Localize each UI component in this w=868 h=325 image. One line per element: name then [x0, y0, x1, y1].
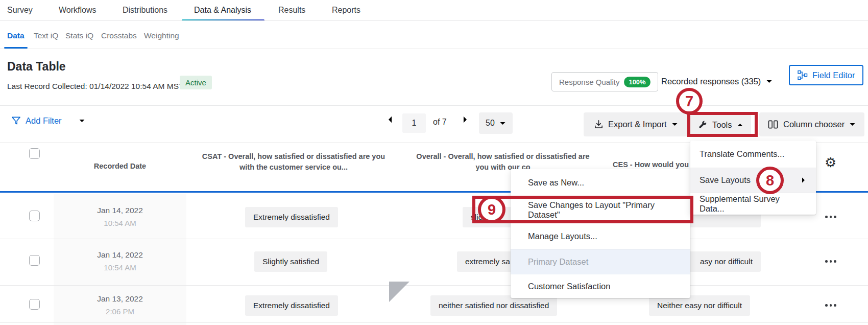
qualtrics-data-analysis-page: Survey Workflows Distributions Data & An… [0, 0, 868, 325]
page-size-value: 50 [486, 119, 495, 128]
csat-cell: Slightly satisfied [254, 251, 327, 272]
save-layouts-submenu: Save as New... Save Changes to Layout "P… [511, 169, 690, 298]
tools-menu: Translate Comments... Save Layouts Suppl… [690, 141, 816, 215]
chevron-down-icon [499, 121, 506, 126]
date-value: Jan 14, 2022 [54, 250, 186, 260]
row-checkbox[interactable] [29, 255, 40, 266]
page-count-label: of 7 [433, 118, 447, 127]
nav-tab-results[interactable]: Results [278, 6, 305, 15]
page-number-input[interactable]: 1 [402, 113, 426, 133]
status-badge: Active [180, 76, 212, 89]
gear-icon[interactable]: ⚙ [825, 156, 836, 169]
menu-item-supplemental-survey-data[interactable]: Supplemental Survey Data... [690, 193, 816, 215]
menu-item-primary-dataset[interactable]: Primary Dataset [511, 249, 690, 274]
subtab-stats-iq[interactable]: Stats iQ [65, 31, 93, 40]
select-all-checkbox[interactable] [29, 148, 40, 159]
column-chooser-label: Column chooser [783, 120, 845, 129]
save-layouts-label: Save Layouts [700, 175, 751, 185]
column-header-recorded-date: Recorded Date [54, 161, 186, 172]
page-title: Data Table [7, 60, 66, 74]
column-header-csat: CSAT - Overall, how satisfied or dissati… [186, 151, 401, 173]
csat-cell: Extremely dissatisfied [245, 295, 338, 316]
annotation-circle-7: 7 [676, 88, 703, 114]
row-checkbox[interactable] [29, 211, 40, 221]
date-value: Jan 14, 2022 [54, 206, 186, 215]
recorded-date-cell: Jan 14, 2022 10:54 AM [54, 206, 186, 227]
overall-header-line1: Overall - Overall, how satisfied or diss… [401, 151, 605, 162]
chevron-down-icon [766, 79, 773, 84]
subtab-text-iq[interactable]: Text iQ [34, 31, 58, 40]
nav-tab-reports[interactable]: Reports [332, 6, 360, 15]
chevron-down-icon [849, 122, 856, 127]
menu-item-save-layouts[interactable]: Save Layouts [690, 168, 816, 193]
recorded-date-cell: Jan 13, 2022 2:06 PM [54, 294, 186, 316]
annotation-circle-8: 8 [756, 167, 784, 194]
time-value: 2:06 PM [54, 307, 186, 316]
annotation-circle-9: 9 [478, 196, 505, 223]
date-value: Jan 13, 2022 [54, 294, 186, 304]
recorded-responses-dropdown[interactable]: Recorded responses (335) [661, 77, 773, 86]
row-divider [0, 285, 868, 286]
response-quality-label: Response Quality [559, 78, 619, 86]
divider [0, 20, 868, 21]
add-filter-label: Add Filter [26, 116, 62, 126]
corner-triangle-marker [389, 282, 409, 302]
ces-cell: Neither easy nor difficult [649, 295, 750, 316]
chevron-right-icon [801, 177, 806, 183]
page-size-dropdown[interactable]: 50 [479, 112, 513, 134]
field-editor-icon [798, 70, 808, 80]
columns-icon [768, 120, 779, 129]
last-record-collected: Last Record Collected: 01/14/2022 10:54 … [7, 82, 184, 91]
nav-tab-workflows[interactable]: Workflows [59, 6, 97, 15]
annotation-box-tools [687, 112, 758, 137]
column-header-ces: CES - How would you [613, 159, 689, 170]
row-actions-button[interactable] [825, 260, 836, 263]
field-editor-label: Field Editor [812, 71, 855, 80]
page-previous-button[interactable] [387, 115, 393, 124]
response-quality-value: 100% [624, 77, 650, 87]
column-chooser-button[interactable]: Column chooser [759, 112, 864, 136]
menu-item-translate-comments[interactable]: Translate Comments... [690, 141, 816, 168]
nav-tab-distributions[interactable]: Distributions [123, 6, 167, 15]
row-actions-button[interactable] [825, 304, 836, 307]
divider [0, 49, 868, 49]
divider [0, 105, 868, 106]
response-quality-button[interactable]: Response Quality 100% [551, 72, 658, 91]
row-divider [0, 322, 868, 323]
add-filter-button[interactable]: Add Filter [11, 116, 85, 126]
chevron-down-icon [79, 119, 85, 123]
subtab-weighting[interactable]: Weighting [144, 31, 179, 40]
nav-tab-survey[interactable]: Survey [7, 6, 33, 15]
menu-item-manage-layouts[interactable]: Manage Layouts... [511, 223, 690, 249]
filter-icon [11, 116, 21, 126]
row-divider [0, 239, 868, 239]
row-checkbox[interactable] [29, 299, 40, 310]
export-import-button[interactable]: Export & Import [584, 112, 688, 136]
field-editor-button[interactable]: Field Editor [789, 65, 863, 85]
recorded-date-cell: Jan 14, 2022 10:54 AM [54, 250, 186, 272]
subtab-data[interactable]: Data [7, 31, 25, 40]
download-icon [594, 120, 604, 129]
time-value: 10:54 AM [54, 219, 186, 227]
row-actions-button[interactable] [825, 216, 836, 218]
subtab-crosstabs[interactable]: Crosstabs [101, 31, 137, 40]
csat-header-line2: with the customer service ou... [186, 162, 401, 173]
export-import-label: Export & Import [608, 120, 667, 129]
chevron-down-icon [671, 122, 678, 127]
csat-header-line1: CSAT - Overall, how satisfied or dissati… [186, 151, 401, 162]
menu-item-save-as-new[interactable]: Save as New... [511, 169, 690, 197]
overall-cell: neither satisfied nor dissatisfied [430, 295, 557, 316]
page-next-button[interactable] [462, 115, 468, 124]
time-value: 10:54 AM [54, 263, 186, 272]
menu-item-customer-satisfaction[interactable]: Customer Satisfaction [511, 274, 690, 298]
recorded-responses-label: Recorded responses (335) [661, 77, 761, 86]
nav-tab-data-analysis[interactable]: Data & Analysis [194, 6, 251, 15]
csat-cell: Extremely dissatisfied [245, 207, 338, 227]
